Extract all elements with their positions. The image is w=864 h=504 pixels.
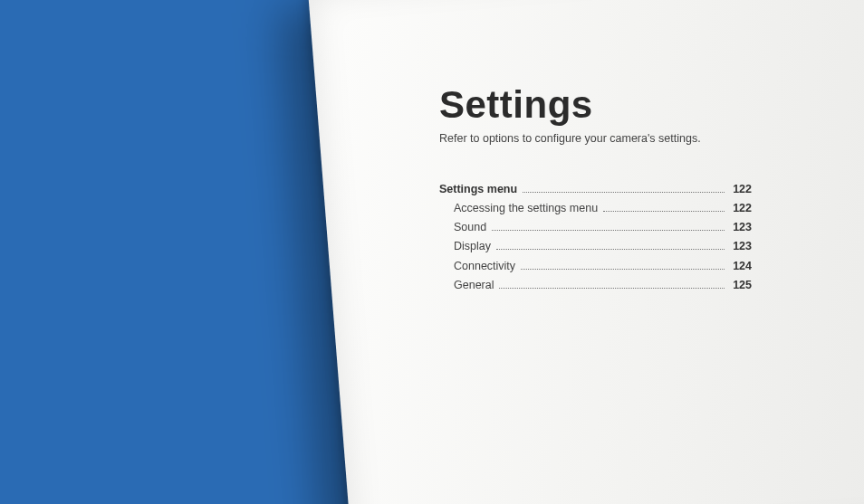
toc-item-page: 123 [730,238,752,254]
toc-item-row[interactable]: Sound 123 [439,219,752,235]
toc-item-label: Sound [454,219,486,235]
toc-item-page: 123 [730,219,752,235]
toc-item-label: Display [454,238,491,254]
table-of-contents: Settings menu 122 Accessing the settings… [439,181,752,293]
toc-heading-label: Settings menu [439,181,517,197]
toc-item-row[interactable]: Accessing the settings menu 122 [439,200,752,216]
toc-item-page: 125 [730,277,752,293]
toc-item-label: Connectivity [454,258,515,274]
toc-item-page: 124 [730,258,752,274]
toc-dots [523,185,725,194]
page-content: Settings Refer to options to configure y… [439,83,770,296]
toc-dots [521,262,725,270]
toc-dots [603,204,725,213]
toc-item-row[interactable]: Connectivity 124 [439,258,752,274]
toc-dots [492,223,725,232]
toc-dots [499,281,725,289]
toc-item-row[interactable]: Display 123 [439,238,752,254]
toc-heading-page: 122 [730,181,752,197]
toc-item-row[interactable]: General 125 [439,277,752,293]
stage: Settings Refer to options to configure y… [0,0,864,504]
toc-item-label: General [454,277,494,293]
toc-item-label: Accessing the settings menu [454,200,598,216]
toc-heading-row[interactable]: Settings menu 122 [439,181,752,197]
page-title: Settings [439,83,770,127]
toc-item-page: 122 [730,200,752,216]
page-subtitle: Refer to options to configure your camer… [439,132,770,145]
toc-dots [496,242,725,251]
